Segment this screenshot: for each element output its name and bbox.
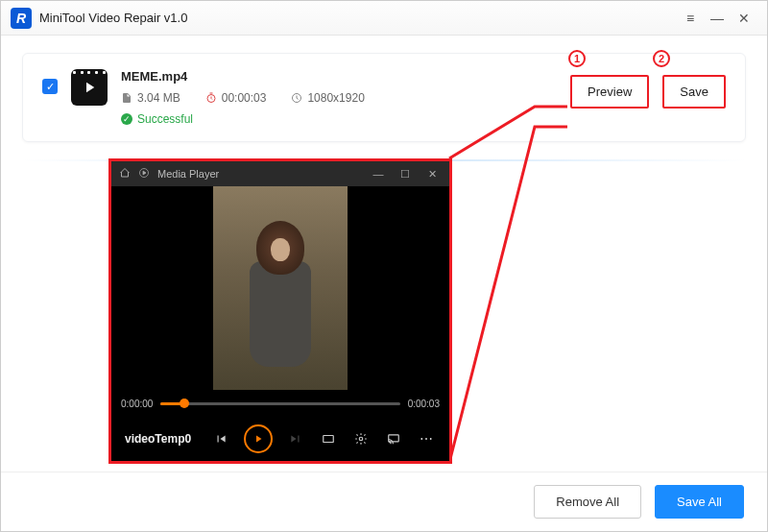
player-maximize-icon[interactable]: ☐ bbox=[396, 168, 415, 181]
footer-bar: Remove All Save All bbox=[1, 472, 767, 531]
file-size-icon bbox=[121, 92, 132, 104]
svg-rect-3 bbox=[324, 436, 334, 443]
remove-all-button[interactable]: Remove All bbox=[534, 485, 641, 519]
file-card: ✓ MEME.mp4 3.04 MB bbox=[22, 53, 746, 142]
player-minimize-icon[interactable]: ― bbox=[369, 168, 388, 180]
close-icon[interactable]: ✕ bbox=[731, 5, 757, 32]
file-info: MEME.mp4 3.04 MB 00:00:03 bbox=[121, 69, 557, 126]
cast-icon[interactable] bbox=[384, 432, 403, 446]
play-button[interactable] bbox=[244, 424, 273, 453]
svg-point-4 bbox=[359, 437, 363, 441]
app-window: R MiniTool Video Repair v1.0 ≡ ― ✕ ✓ MEM… bbox=[0, 0, 768, 532]
skip-back-icon[interactable] bbox=[211, 432, 230, 446]
player-app-icon bbox=[138, 167, 150, 181]
preview-callout: Preview bbox=[570, 75, 649, 109]
clock-icon bbox=[205, 92, 217, 104]
player-total-time: 0:00:03 bbox=[408, 399, 440, 409]
player-app-name: Media Player bbox=[157, 168, 219, 180]
resolution-icon bbox=[291, 92, 302, 104]
menu-icon[interactable]: ≡ bbox=[677, 5, 704, 32]
player-video-area[interactable] bbox=[111, 186, 449, 390]
file-checkbox[interactable]: ✓ bbox=[42, 79, 58, 94]
content-area: ✓ MEME.mp4 3.04 MB bbox=[1, 36, 767, 472]
player-seekbar: 0:00:00 0:00:03 bbox=[111, 390, 449, 417]
file-status: ✓ Successful bbox=[121, 112, 557, 126]
minimize-icon[interactable]: ― bbox=[704, 5, 731, 32]
more-icon[interactable]: ⋯ bbox=[417, 431, 436, 447]
player-close-icon[interactable]: ✕ bbox=[422, 168, 442, 181]
save-callout: Save bbox=[662, 75, 726, 109]
callout-1: 1 bbox=[568, 50, 586, 67]
seek-thumb[interactable] bbox=[180, 399, 189, 408]
svg-rect-5 bbox=[389, 435, 399, 442]
player-video-title: videoTemp0 bbox=[125, 432, 191, 446]
preview-button[interactable]: Preview bbox=[578, 79, 641, 105]
media-player-window: Media Player ― ☐ ✕ 0:00:00 bbox=[108, 158, 452, 464]
titlebar: R MiniTool Video Repair v1.0 ≡ ― ✕ bbox=[1, 1, 767, 36]
subtitle-icon[interactable] bbox=[319, 432, 338, 446]
player-current-time: 0:00:00 bbox=[121, 399, 153, 409]
app-logo-icon: R bbox=[11, 8, 32, 29]
file-name: MEME.mp4 bbox=[121, 69, 557, 84]
file-duration-value: 00:00:03 bbox=[222, 91, 267, 105]
file-duration: 00:00:03 bbox=[205, 91, 267, 105]
settings-icon[interactable] bbox=[351, 432, 371, 446]
file-status-text: Successful bbox=[137, 112, 193, 126]
player-titlebar: Media Player ― ☐ ✕ bbox=[111, 161, 449, 186]
file-resolution: 1080x1920 bbox=[291, 91, 364, 105]
player-home-icon[interactable] bbox=[119, 167, 131, 181]
save-all-button[interactable]: Save All bbox=[655, 485, 744, 519]
file-resolution-value: 1080x1920 bbox=[307, 91, 364, 105]
video-thumbnail-icon bbox=[71, 69, 108, 106]
file-size: 3.04 MB bbox=[121, 91, 180, 105]
video-frame-content bbox=[247, 221, 314, 375]
file-size-value: 3.04 MB bbox=[137, 91, 180, 105]
app-title: MiniTool Video Repair v1.0 bbox=[39, 11, 187, 25]
seek-track[interactable] bbox=[160, 402, 399, 405]
save-button[interactable]: Save bbox=[670, 79, 718, 105]
skip-forward-icon[interactable] bbox=[286, 432, 305, 446]
player-controls: videoTemp0 ⋯ bbox=[111, 417, 449, 461]
success-icon: ✓ bbox=[121, 113, 132, 125]
callout-2: 2 bbox=[653, 50, 670, 67]
